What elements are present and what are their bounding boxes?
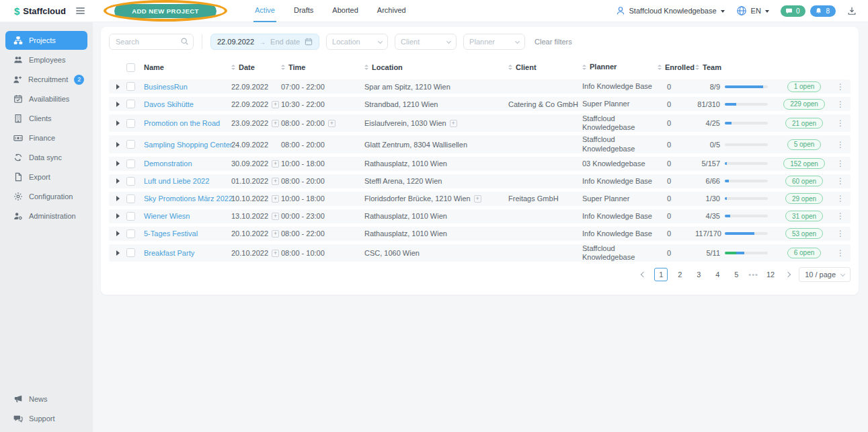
- row-menu-button[interactable]: ⋮: [836, 82, 844, 92]
- pagination-prev-button[interactable]: [638, 268, 649, 281]
- column-header-location[interactable]: Location: [364, 63, 508, 71]
- pagination-page-3[interactable]: 3: [692, 268, 705, 281]
- clear-filters-button[interactable]: Clear filters: [535, 38, 572, 46]
- row-menu-button[interactable]: ⋮: [836, 118, 844, 128]
- sidebar-item-data-sync[interactable]: Data sync: [5, 148, 87, 167]
- pagination-page-12[interactable]: 12: [764, 268, 777, 281]
- add-new-project-button[interactable]: ADD NEW PROJECT: [114, 4, 216, 18]
- filter-select-location[interactable]: Location: [326, 34, 388, 50]
- expand-row-button[interactable]: [116, 178, 120, 184]
- sidebar-item-clients[interactable]: Clients: [5, 109, 87, 128]
- row-checkbox[interactable]: [126, 229, 135, 238]
- column-header-team[interactable]: Team: [695, 63, 776, 71]
- expand-row-button[interactable]: [116, 84, 120, 89]
- row-menu-button[interactable]: ⋮: [836, 176, 844, 186]
- row-checkbox[interactable]: [126, 177, 135, 186]
- sidebar-item-administration[interactable]: Administration: [5, 207, 87, 225]
- open-positions-badge[interactable]: 152 open: [783, 158, 825, 169]
- expand-row-button[interactable]: [116, 250, 120, 256]
- more-dates-icon[interactable]: +: [272, 250, 279, 257]
- row-menu-button[interactable]: ⋮: [836, 211, 844, 221]
- open-positions-badge[interactable]: 21 open: [785, 118, 823, 129]
- tab-archived[interactable]: Archived: [376, 0, 407, 22]
- column-header-date[interactable]: Date: [231, 63, 281, 71]
- column-header-planner[interactable]: Planner: [582, 63, 658, 71]
- pagination-page-4[interactable]: 4: [711, 268, 724, 281]
- date-range-picker[interactable]: 22.09.2022 → End date: [210, 34, 319, 50]
- open-positions-badge[interactable]: 229 open: [783, 99, 825, 110]
- pagination-next-button[interactable]: [783, 268, 793, 281]
- chat-badge[interactable]: 0: [781, 5, 806, 17]
- open-positions-badge[interactable]: 53 open: [785, 228, 823, 239]
- sidebar-item-employees[interactable]: Employees: [5, 50, 87, 69]
- more-locations-icon[interactable]: +: [450, 120, 457, 127]
- notification-badge[interactable]: 8: [810, 5, 836, 17]
- project-link[interactable]: BusinessRun: [144, 83, 188, 91]
- row-menu-button[interactable]: ⋮: [836, 248, 844, 258]
- open-positions-badge[interactable]: 6 open: [787, 248, 822, 258]
- open-positions-badge[interactable]: 1 open: [787, 81, 822, 92]
- row-menu-button[interactable]: ⋮: [836, 140, 844, 149]
- expand-row-button[interactable]: [116, 213, 120, 219]
- row-checkbox[interactable]: [126, 194, 135, 203]
- sidebar-item-recruitment[interactable]: Recruitment2: [5, 70, 87, 89]
- project-link[interactable]: Demonstration: [144, 159, 192, 168]
- expand-row-button[interactable]: [116, 196, 120, 201]
- tab-drafts[interactable]: Drafts: [292, 0, 315, 22]
- project-link[interactable]: Sky Promotions März 2022: [144, 194, 233, 203]
- column-header-client[interactable]: Client: [508, 63, 582, 71]
- select-all-checkbox[interactable]: [126, 63, 135, 72]
- row-checkbox[interactable]: [126, 119, 135, 128]
- project-link[interactable]: Sampling Shopping Center: [144, 141, 232, 149]
- more-dates-icon[interactable]: +: [272, 213, 279, 220]
- project-link[interactable]: Davos Skihütte: [144, 100, 194, 108]
- sidebar-item-finance[interactable]: Finance: [5, 129, 87, 147]
- row-menu-button[interactable]: ⋮: [836, 194, 844, 203]
- pagination-page-1[interactable]: 1: [654, 268, 668, 281]
- more-times-icon[interactable]: +: [328, 120, 336, 127]
- open-positions-badge[interactable]: 29 open: [785, 193, 823, 204]
- more-locations-icon[interactable]: +: [474, 195, 481, 203]
- sidebar-item-projects[interactable]: Projects: [5, 31, 87, 50]
- row-checkbox[interactable]: [126, 100, 135, 108]
- page-size-select[interactable]: 10 / page: [799, 267, 851, 282]
- row-checkbox[interactable]: [126, 248, 135, 257]
- project-link[interactable]: Luft und Liebe 2022: [144, 177, 209, 185]
- project-link[interactable]: Wiener Wiesn: [144, 212, 190, 220]
- pagination-page-2[interactable]: 2: [673, 268, 686, 281]
- expand-row-button[interactable]: [116, 120, 120, 126]
- sidebar-item-export[interactable]: Export: [5, 168, 87, 186]
- row-menu-button[interactable]: ⋮: [836, 100, 844, 109]
- row-checkbox[interactable]: [126, 82, 135, 91]
- tab-aborted[interactable]: Aborted: [331, 0, 360, 22]
- hamburger-menu-icon[interactable]: [76, 5, 85, 16]
- row-checkbox[interactable]: [126, 159, 135, 168]
- pagination-page-5[interactable]: 5: [729, 268, 743, 281]
- more-dates-icon[interactable]: +: [272, 195, 279, 203]
- filter-select-client[interactable]: Client: [395, 34, 457, 50]
- more-dates-icon[interactable]: +: [272, 160, 279, 168]
- user-menu[interactable]: Staffcloud Knowledgebase: [616, 6, 725, 15]
- open-positions-badge[interactable]: 31 open: [785, 211, 823, 221]
- more-dates-icon[interactable]: +: [272, 120, 279, 127]
- column-header-name[interactable]: Name: [144, 63, 231, 71]
- row-checkbox[interactable]: [126, 140, 135, 149]
- expand-row-button[interactable]: [116, 102, 120, 107]
- more-dates-icon[interactable]: +: [272, 101, 279, 108]
- column-header-enrolled[interactable]: Enrolled: [658, 63, 695, 71]
- row-menu-button[interactable]: ⋮: [836, 159, 844, 168]
- more-dates-icon[interactable]: +: [272, 178, 279, 185]
- expand-row-button[interactable]: [116, 161, 120, 166]
- tab-active[interactable]: Active: [253, 0, 276, 22]
- sidebar-item-configuration[interactable]: Configuration: [5, 187, 87, 206]
- project-link[interactable]: Promotion on the Road: [144, 119, 220, 127]
- row-menu-button[interactable]: ⋮: [836, 229, 844, 238]
- expand-row-button[interactable]: [116, 231, 120, 236]
- column-header-time[interactable]: Time: [281, 63, 364, 71]
- sidebar-item-availabilities[interactable]: Availabilities: [5, 89, 87, 108]
- project-link[interactable]: Breakfast Party: [144, 249, 194, 257]
- filter-select-planner[interactable]: Planner: [463, 34, 525, 50]
- more-dates-icon[interactable]: +: [272, 230, 279, 238]
- open-positions-badge[interactable]: 5 open: [787, 139, 822, 150]
- open-positions-badge[interactable]: 60 open: [785, 176, 823, 186]
